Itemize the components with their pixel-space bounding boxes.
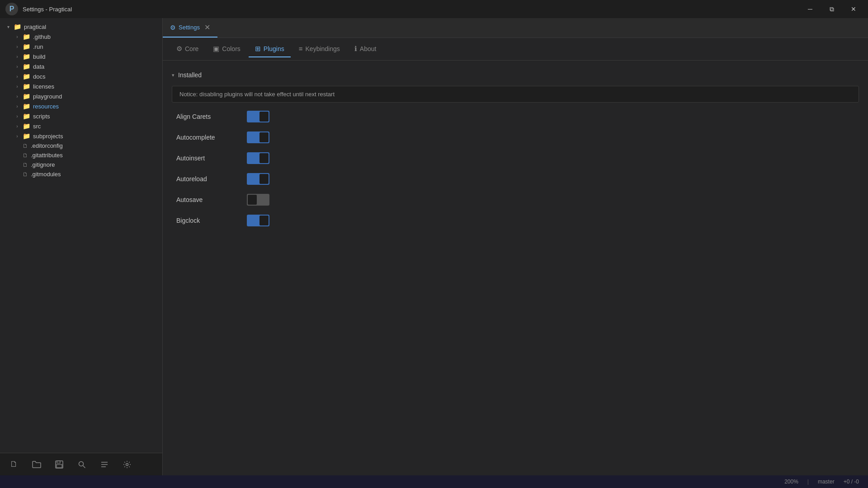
file-tree: ▾ 📁 pragtical › 📁 .github › 📁 .run › 📁 b… [0, 18, 162, 453]
folder-icon: 📁 [23, 132, 30, 140]
folder-name: subprojects [33, 133, 63, 140]
installed-section-header[interactable]: ▾ Installed [163, 68, 868, 82]
settings-tab-icon: ⚙ [170, 24, 176, 31]
toggle-track [247, 152, 269, 164]
tab-plugins[interactable]: ⊞ Plugins [249, 41, 291, 57]
plugin-name-bigclock: Bigclock [176, 217, 240, 224]
tree-item-editorconfig[interactable]: 🗋 .editorconfig [0, 141, 162, 150]
tree-item-data[interactable]: › 📁 data [0, 61, 162, 71]
tree-item-subprojects[interactable]: › 📁 subprojects [0, 131, 162, 141]
svg-line-4 [83, 465, 85, 468]
tree-item-docs[interactable]: › 📁 docs [0, 71, 162, 81]
plugins-tab-icon: ⊞ [255, 45, 261, 53]
plugin-item-autoinsert: Autoinsert [163, 148, 868, 169]
settings-tab[interactable]: ⚙ Settings ✕ [163, 18, 217, 38]
chevron-right-icon: › [14, 54, 20, 59]
window-controls: ─ ⧉ ✕ [801, 2, 863, 16]
multi-cursor-button[interactable] [98, 458, 111, 471]
toggle-autoinsert[interactable] [247, 152, 269, 164]
tree-item-build[interactable]: › 📁 build [0, 52, 162, 61]
chevron-right-icon: › [14, 94, 20, 99]
tree-item-licenses[interactable]: › 📁 licenses [0, 81, 162, 91]
toggle-bigclock[interactable] [247, 215, 269, 226]
folder-icon: 📁 [23, 53, 30, 60]
plugin-item-bigclock: Bigclock [163, 210, 868, 231]
logo-letter: P [9, 5, 14, 13]
minimize-button[interactable]: ─ [801, 2, 819, 16]
plugin-item-autocomplete: Autocomplete [163, 127, 868, 148]
folder-name: scripts [33, 113, 50, 120]
chevron-right-icon: › [14, 64, 20, 69]
status-divider: | [807, 479, 809, 485]
toggle-autosave[interactable] [247, 194, 269, 206]
folder-icon: 📁 [23, 122, 30, 130]
toggle-thumb [259, 216, 269, 225]
plugins-tab-label: Plugins [264, 45, 284, 52]
toggle-autocomplete[interactable] [247, 131, 269, 143]
toggle-align-carets[interactable] [247, 111, 269, 122]
search-button[interactable] [75, 458, 89, 471]
folder-name: data [33, 63, 44, 70]
toggle-thumb [259, 132, 269, 142]
tree-item-scripts[interactable]: › 📁 scripts [0, 111, 162, 121]
tab-colors[interactable]: ▣ Colors [207, 41, 246, 57]
file-name: .gitmodules [31, 171, 61, 178]
plugin-name-align-carets: Align Carets [176, 113, 240, 120]
git-changes: +0 / -0 [844, 479, 859, 485]
close-button[interactable]: ✕ [844, 2, 863, 16]
chevron-down-icon: ▾ [5, 24, 11, 29]
plugin-item-autoreload: Autoreload [163, 169, 868, 189]
tree-item-root[interactable]: ▾ 📁 pragtical [0, 22, 162, 32]
chevron-right-icon: › [14, 74, 20, 79]
settings-nav-tabs: ⚙ Core ▣ Colors ⊞ Plugins ≡ Keybindings … [163, 38, 868, 61]
file-icon: 🗋 [23, 152, 28, 159]
installed-label: Installed [178, 71, 202, 79]
settings-tab-label: Settings [179, 24, 200, 31]
folder-name: .run [33, 43, 43, 50]
window-title: Settings - Pragtical [23, 6, 72, 13]
settings-tab-close[interactable]: ✕ [204, 24, 210, 31]
svg-rect-2 [57, 465, 62, 468]
sidebar-toolbar: 🗋 [0, 453, 162, 475]
svg-point-3 [79, 461, 84, 466]
tab-keybindings[interactable]: ≡ Keybindings [292, 41, 346, 57]
folder-icon: 📁 [23, 63, 30, 70]
settings-gear-button[interactable] [120, 458, 134, 471]
save-button[interactable] [52, 458, 66, 471]
tree-item-resources[interactable]: › 📁 resources [0, 101, 162, 111]
tab-bar: ⚙ Settings ✕ [163, 18, 868, 38]
folder-icon: 📁 [23, 43, 30, 50]
toggle-thumb [259, 174, 269, 184]
folder-name: src [33, 123, 41, 130]
tree-item-gitmodules[interactable]: 🗋 .gitmodules [0, 169, 162, 179]
tab-core[interactable]: ⚙ Core [170, 41, 205, 57]
tab-about[interactable]: ℹ About [348, 41, 383, 57]
folder-name: .github [33, 33, 51, 40]
chevron-right-icon: › [14, 124, 20, 129]
core-tab-label: Core [185, 45, 198, 52]
folder-icon: 📁 [23, 113, 30, 120]
tree-item-playground[interactable]: › 📁 playground [0, 91, 162, 101]
tree-item-src[interactable]: › 📁 src [0, 121, 162, 131]
file-name: .gitignore [31, 161, 55, 168]
settings-content: ⚙ Core ▣ Colors ⊞ Plugins ≡ Keybindings … [163, 38, 868, 475]
svg-point-8 [126, 463, 128, 465]
tree-item-github[interactable]: › 📁 .github [0, 32, 162, 42]
main-content: ▾ 📁 pragtical › 📁 .github › 📁 .run › 📁 b… [0, 18, 868, 475]
chevron-right-icon: › [14, 44, 20, 49]
toggle-track [247, 131, 269, 143]
toggle-autoreload[interactable] [247, 173, 269, 185]
file-icon: 🗋 [23, 143, 28, 149]
folder-icon: 📁 [23, 73, 30, 80]
folder-icon: 📁 [23, 103, 30, 110]
toggle-thumb [248, 195, 257, 205]
new-file-button[interactable]: 🗋 [7, 458, 21, 471]
file-icon: 🗋 [23, 162, 28, 168]
toggle-track [247, 194, 269, 206]
maximize-button[interactable]: ⧉ [823, 2, 841, 16]
tree-item-gitattributes[interactable]: 🗋 .gitattributes [0, 150, 162, 160]
tree-item-gitignore[interactable]: 🗋 .gitignore [0, 160, 162, 169]
tree-item-run[interactable]: › 📁 .run [0, 42, 162, 52]
plugin-name-autoreload: Autoreload [176, 175, 240, 183]
open-folder-button[interactable] [30, 458, 43, 471]
